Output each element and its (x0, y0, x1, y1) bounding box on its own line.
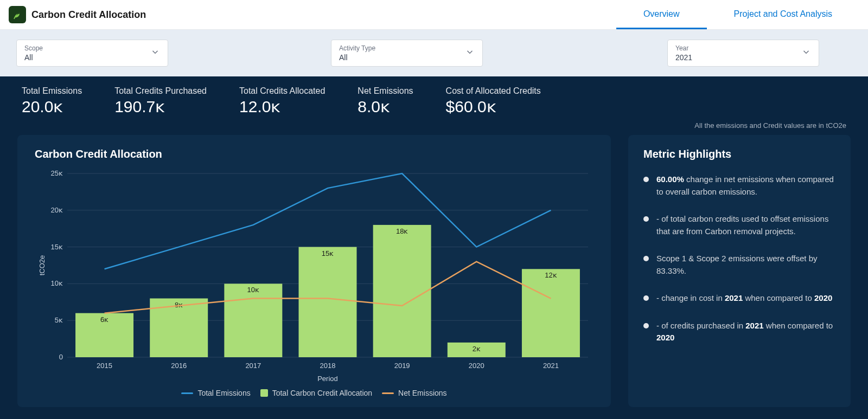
kpi-label: Total Credits Purchased (114, 86, 207, 96)
chevron-down-icon (801, 47, 811, 59)
kpi-cost-allocated: Cost of Allocated Credits $60.0ᴋ (446, 86, 541, 116)
legend-label: Net Emissions (398, 389, 446, 397)
highlight-item: - of credits purchased in 2021 when comp… (643, 320, 835, 344)
svg-text:10ᴋ: 10ᴋ (51, 279, 63, 287)
bullet-icon (643, 323, 649, 328)
svg-text:5ᴋ: 5ᴋ (55, 316, 63, 324)
dashboard-body: Total Emissions 20.0ᴋ Total Credits Purc… (0, 76, 868, 419)
highlights-panel: Metric Highlights 60.00% change in net e… (628, 135, 851, 407)
legend-label: Total Emissions (197, 389, 250, 397)
filter-activity[interactable]: Activity Type All (331, 40, 483, 67)
kpi-value: 12.0ᴋ (239, 97, 325, 116)
svg-text:6ᴋ: 6ᴋ (100, 315, 108, 324)
filter-year-value: 2021 (675, 53, 811, 62)
legend-total-emissions: Total Emissions (181, 389, 250, 397)
legend-allocation: Total Carbon Credit Allocation (260, 389, 372, 397)
svg-text:15ᴋ: 15ᴋ (322, 249, 334, 257)
svg-text:2020: 2020 (469, 362, 484, 370)
legend-swatch (382, 392, 394, 394)
kpi-value: 190.7ᴋ (114, 97, 207, 116)
highlight-text: - of credits purchased in 2021 when comp… (656, 320, 835, 344)
bullet-icon (643, 256, 649, 261)
filter-year[interactable]: Year 2021 (667, 40, 819, 67)
svg-text:2ᴋ: 2ᴋ (473, 345, 481, 353)
svg-text:2015: 2015 (97, 362, 112, 370)
svg-text:25ᴋ: 25ᴋ (51, 169, 63, 177)
svg-text:0: 0 (59, 353, 63, 361)
highlight-text: 60.00% change in net emissions when comp… (656, 173, 835, 198)
tabs: Overview Project and Cost Analysis (616, 0, 859, 29)
svg-rect-16 (224, 283, 282, 357)
highlight-text: Scope 1 & Scope 2 emissions were offset … (656, 253, 835, 277)
kpi-credits-purchased: Total Credits Purchased 190.7ᴋ (114, 86, 207, 116)
svg-text:2017: 2017 (245, 362, 261, 370)
chart-area: 05ᴋ10ᴋ15ᴋ20ᴋ25ᴋ6ᴋ8ᴋ10ᴋ15ᴋ18ᴋ2ᴋ12ᴋ2015201… (35, 168, 593, 384)
svg-rect-24 (522, 269, 580, 357)
filter-scope-label: Scope (24, 44, 160, 52)
svg-text:12ᴋ: 12ᴋ (545, 271, 557, 279)
units-note: All the emissions and Credit values are … (0, 119, 868, 135)
highlight-item: Scope 1 & Scope 2 emissions were offset … (643, 253, 835, 277)
svg-rect-20 (373, 225, 431, 357)
legend-swatch (260, 389, 268, 397)
filter-year-label: Year (675, 44, 811, 52)
kpi-label: Cost of Allocated Credits (446, 86, 541, 96)
kpi-label: Total Emissions (22, 86, 82, 96)
tab-project-cost[interactable]: Project and Cost Analysis (707, 0, 859, 29)
header-bar: Carbon Credit Allocation Overview Projec… (0, 0, 868, 30)
svg-text:20ᴋ: 20ᴋ (51, 206, 63, 214)
legend-net-emissions: Net Emissions (382, 389, 446, 397)
svg-text:15ᴋ: 15ᴋ (51, 243, 63, 251)
bullet-icon (643, 295, 649, 301)
highlight-item: - of total carbon credits used to offset… (643, 213, 835, 237)
kpi-label: Total Credits Allocated (239, 86, 325, 96)
highlights-title: Metric Highlights (643, 148, 835, 160)
tab-overview[interactable]: Overview (616, 0, 707, 29)
kpi-net-emissions: Net Emissions 8.0ᴋ (358, 86, 413, 116)
svg-text:8ᴋ: 8ᴋ (175, 301, 183, 309)
svg-text:2021: 2021 (543, 362, 559, 370)
chart-title: Carbon Credit Allocation (35, 148, 593, 160)
svg-text:tCO2e: tCO2e (38, 255, 46, 276)
bullet-icon (643, 216, 649, 222)
highlight-text: - change in cost in 2021 when compared t… (656, 292, 832, 305)
highlight-item: - change in cost in 2021 when compared t… (643, 292, 835, 305)
svg-text:2018: 2018 (320, 362, 336, 370)
highlight-item: 60.00% change in net emissions when comp… (643, 173, 835, 198)
filter-activity-label: Activity Type (339, 44, 475, 52)
svg-text:2016: 2016 (171, 362, 187, 370)
page-title: Carbon Credit Allocation (31, 9, 146, 21)
kpi-value: $60.0ᴋ (446, 97, 541, 116)
panels-row: Carbon Credit Allocation 05ᴋ10ᴋ15ᴋ20ᴋ25ᴋ… (0, 135, 868, 419)
chart-svg: 05ᴋ10ᴋ15ᴋ20ᴋ25ᴋ6ᴋ8ᴋ10ᴋ15ᴋ18ᴋ2ᴋ12ᴋ2015201… (35, 168, 593, 384)
kpi-value: 8.0ᴋ (358, 97, 413, 116)
filter-activity-value: All (339, 53, 475, 62)
leaf-icon (12, 9, 23, 20)
app-logo (9, 6, 26, 23)
svg-text:2019: 2019 (394, 362, 410, 370)
svg-text:10ᴋ: 10ᴋ (247, 286, 259, 294)
legend-swatch (181, 392, 193, 394)
filter-scope[interactable]: Scope All (16, 40, 168, 67)
svg-rect-18 (299, 247, 357, 357)
filter-bar: Scope All Activity Type All Year 2021 (0, 30, 868, 76)
kpi-row: Total Emissions 20.0ᴋ Total Credits Purc… (0, 76, 868, 119)
kpi-label: Net Emissions (358, 86, 413, 96)
kpi-value: 20.0ᴋ (22, 97, 82, 116)
kpi-total-emissions: Total Emissions 20.0ᴋ (22, 86, 82, 116)
bullet-icon (643, 177, 649, 182)
svg-text:Period: Period (317, 375, 338, 383)
highlights-list: 60.00% change in net emissions when comp… (643, 173, 835, 344)
legend-label: Total Carbon Credit Allocation (272, 389, 372, 397)
chevron-down-icon (465, 47, 475, 59)
chart-panel: Carbon Credit Allocation 05ᴋ10ᴋ15ᴋ20ᴋ25ᴋ… (17, 135, 611, 407)
chevron-down-icon (150, 47, 160, 59)
highlight-text: - of total carbon credits used to offset… (656, 213, 835, 237)
filter-scope-value: All (24, 53, 160, 62)
chart-legend: Total Emissions Total Carbon Credit Allo… (35, 389, 593, 397)
svg-text:18ᴋ: 18ᴋ (396, 227, 408, 235)
kpi-credits-allocated: Total Credits Allocated 12.0ᴋ (239, 86, 325, 116)
